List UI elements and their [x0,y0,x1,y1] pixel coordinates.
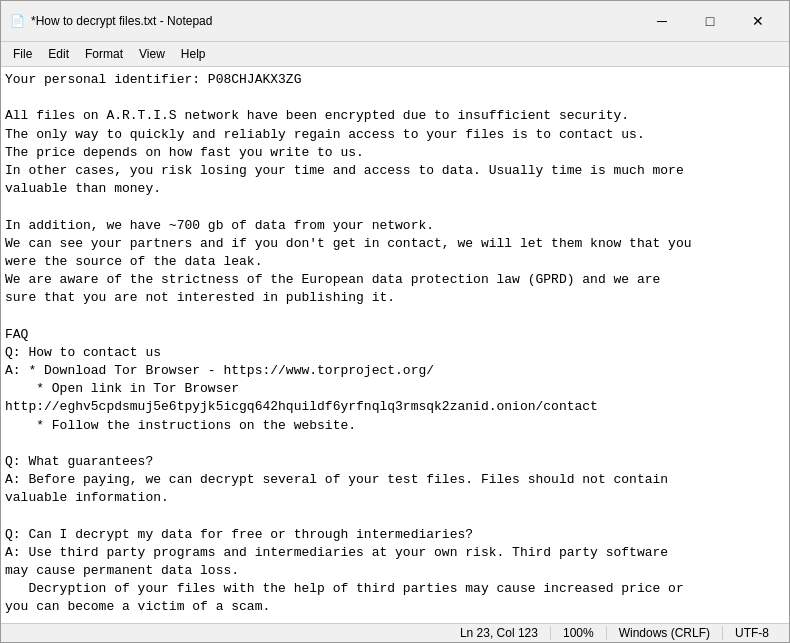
notepad-icon: 📄 [9,13,25,29]
title-bar-controls: ─ □ ✕ [639,7,781,35]
maximize-button[interactable]: □ [687,7,733,35]
title-bar: 📄 *How to decrypt files.txt - Notepad ─ … [1,1,789,42]
title-bar-left: 📄 *How to decrypt files.txt - Notepad [9,13,212,29]
minimize-button[interactable]: ─ [639,7,685,35]
menu-bar: File Edit Format View Help [1,42,789,67]
editor-content[interactable]: Your personal identifier: P08CHJAKX3ZG A… [5,71,785,617]
menu-help[interactable]: Help [173,44,214,64]
notepad-window: 📄 *How to decrypt files.txt - Notepad ─ … [0,0,790,643]
cursor-position: Ln 23, Col 123 [448,626,551,640]
encoding: UTF-8 [723,626,781,640]
zoom-level: 100% [551,626,607,640]
menu-edit[interactable]: Edit [40,44,77,64]
close-button[interactable]: ✕ [735,7,781,35]
window-title: *How to decrypt files.txt - Notepad [31,14,212,28]
menu-view[interactable]: View [131,44,173,64]
editor-area[interactable]: Your personal identifier: P08CHJAKX3ZG A… [1,67,789,623]
menu-format[interactable]: Format [77,44,131,64]
line-endings: Windows (CRLF) [607,626,723,640]
menu-file[interactable]: File [5,44,40,64]
status-bar: Ln 23, Col 123 100% Windows (CRLF) UTF-8 [1,623,789,642]
